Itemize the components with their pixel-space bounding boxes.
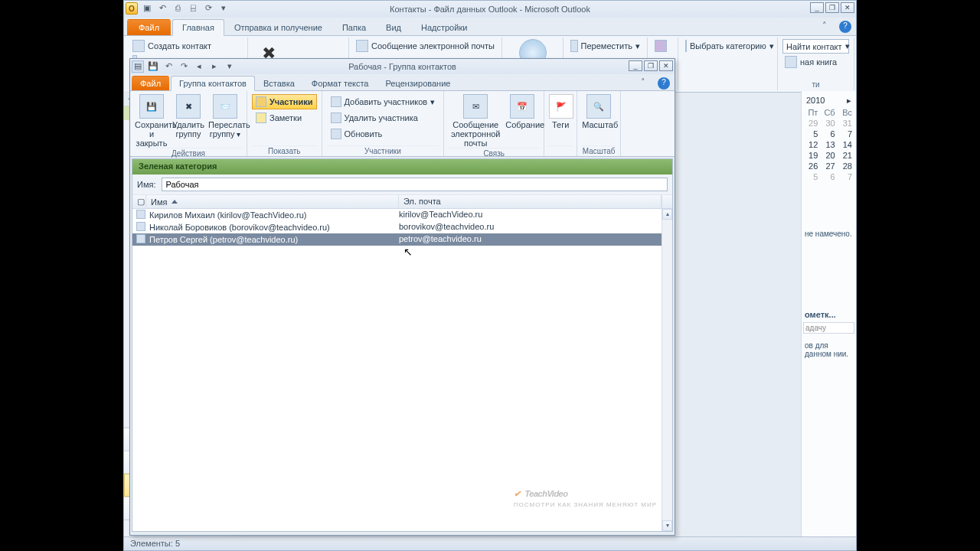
category-banner[interactable]: Зеленая категория	[132, 159, 672, 174]
find-contact-input[interactable]: Найти контакт ▾	[782, 39, 849, 54]
sub-tab-group[interactable]: Группа контактов	[171, 76, 255, 91]
delete-group-button[interactable]: ✖Удалить группу	[172, 94, 205, 139]
tab-home[interactable]: Главная	[172, 19, 224, 36]
main-titlebar: O ▣ ↶ ⎙ ⌸ ⟳ ▾ Контакты - Файл данных Out…	[124, 1, 856, 18]
meeting-button[interactable]: 📅Собрание	[505, 94, 539, 129]
group-label-comm: Связь	[449, 148, 539, 158]
undo-icon[interactable]: ↶	[156, 2, 168, 15]
group-content-pane: Зеленая категория Имя: ▢ Имя Эл. почта К…	[132, 158, 673, 532]
scroll-down-icon[interactable]: ▾	[662, 520, 672, 531]
window-title: Контакты - Файл данных Outlook - Microso…	[390, 5, 590, 14]
close-button[interactable]: ✕	[841, 2, 854, 13]
group-label-actions: Действия	[135, 148, 242, 158]
new-task-input[interactable]: адачу	[803, 322, 854, 334]
no-appointments-text: не намечено.	[803, 228, 854, 240]
contact-icon	[136, 234, 145, 243]
sub-tab-file[interactable]: Файл	[132, 76, 169, 90]
notes-header: ометк...	[803, 308, 854, 321]
members-list-header: ▢ Имя Эл. почта	[132, 195, 672, 209]
group-name-input[interactable]	[162, 178, 668, 191]
scrollbar-head	[662, 195, 672, 208]
choose-category-button[interactable]: Выбрать категорию ▾	[683, 39, 773, 53]
vertical-scrollbar[interactable]: ▴ ▾	[662, 209, 672, 531]
tab-send-receive[interactable]: Отправка и получение	[224, 19, 332, 35]
follow-up-text: ти	[782, 80, 849, 89]
app-small-icon[interactable]: ▤	[132, 60, 144, 73]
remove-member-button[interactable]: Удалить участника	[327, 110, 439, 126]
forward-group-button[interactable]: 📨Переслать группу ▾	[208, 94, 242, 139]
note-body-text: ов для данном нии.	[803, 340, 854, 360]
members-icon	[256, 96, 266, 107]
sub-tab-insert[interactable]: Вставка	[255, 76, 303, 90]
tab-addins[interactable]: Надстройки	[411, 19, 477, 35]
group-label-show: Показать	[252, 145, 317, 155]
name-label: Имя:	[137, 180, 155, 189]
undo-icon[interactable]: ↶	[162, 60, 175, 73]
member-row-selected[interactable]: Петров Сергей (petrov@teachvideo.ru) pet…	[132, 233, 672, 246]
print-icon[interactable]: ⎙	[172, 2, 184, 15]
zoom-button[interactable]: 🔍Масштаб	[582, 94, 616, 129]
sub-minimize-button[interactable]: _	[629, 60, 642, 71]
email-message-button[interactable]: Сообщение электронной почты	[354, 39, 497, 53]
email-button[interactable]: ✉Сообщение электронной почты	[449, 94, 502, 148]
refresh-icon	[331, 129, 341, 139]
sub-ribbon: 💾Сохранить и закрыть ✖Удалить группу 📨Пе…	[130, 91, 675, 157]
icon-column-header[interactable]: ▢	[132, 195, 146, 208]
members-button[interactable]: Участники	[252, 94, 317, 109]
preview-icon[interactable]: ⌸	[187, 2, 199, 15]
main-tabstrip: Файл Главная Отправка и получение Папка …	[124, 18, 856, 36]
app-icon[interactable]: O	[126, 2, 138, 15]
prev-icon[interactable]: ◂	[193, 60, 205, 73]
group-label-members: Участники	[327, 145, 439, 155]
sub-tab-review[interactable]: Рецензирование	[377, 76, 459, 90]
new-contact-button[interactable]: Создать контакт	[130, 39, 243, 53]
redo-icon[interactable]: ↷	[178, 60, 190, 73]
sub-maximize-button[interactable]: ❐	[644, 60, 658, 71]
mini-calendar[interactable]: ПтСбВс 293031 567 121314 192021 262728 5…	[803, 107, 854, 182]
help-icon[interactable]: ?	[658, 77, 670, 90]
scroll-up-icon[interactable]: ▴	[662, 209, 672, 220]
maximize-button[interactable]: ❐	[825, 2, 839, 13]
save-icon[interactable]: 💾	[147, 60, 159, 73]
tab-view[interactable]: Вид	[376, 19, 411, 35]
watermark-logo: ✔ TeachVideo ПОСМОТРИ КАК ЗНАНИЯ МЕНЯЮТ …	[514, 480, 657, 508]
name-column-header[interactable]: Имя	[146, 195, 399, 208]
notes-button[interactable]: Заметки	[252, 110, 317, 126]
next-icon[interactable]: ▸	[208, 60, 220, 73]
member-row[interactable]: Николай Боровиков (borovikov@teachvideo.…	[132, 221, 672, 233]
add-member-icon	[331, 96, 341, 107]
sub-close-button[interactable]: ✕	[659, 60, 673, 71]
sub-tab-format[interactable]: Формат текста	[303, 76, 377, 90]
members-list[interactable]: Кирилов Михаил (kirilov@TeachVideo.ru) k…	[132, 209, 672, 531]
contact-icon	[136, 210, 145, 219]
contact-icon	[136, 222, 145, 231]
refresh-button[interactable]: Обновить	[327, 126, 439, 142]
tab-file[interactable]: Файл	[127, 19, 171, 35]
notes-icon	[256, 112, 266, 123]
status-bar: Элементы: 5	[124, 536, 856, 550]
add-members-button[interactable]: Добавить участников ▾	[327, 94, 439, 109]
ribbon-minimize-icon[interactable]: ˄	[822, 21, 835, 33]
qat-dropdown-icon[interactable]: ▾	[224, 60, 236, 73]
ribbon-minimize-icon[interactable]: ˄	[641, 77, 653, 90]
sub-tabstrip: Файл Группа контактов Вставка Формат тек…	[130, 74, 675, 91]
onenote-icon[interactable]	[652, 39, 673, 53]
email-column-header[interactable]: Эл. почта	[399, 195, 662, 208]
next-month-icon[interactable]: ▸	[847, 96, 851, 106]
year-label: 2010	[806, 96, 825, 106]
save-icon[interactable]: ▣	[141, 2, 153, 15]
tags-button[interactable]: 🚩Теги	[549, 94, 572, 129]
move-button[interactable]: Переместить ▾	[568, 39, 642, 53]
qat-dropdown-icon[interactable]: ▾	[217, 2, 230, 15]
address-book-button[interactable]: ная книга	[782, 55, 849, 69]
member-row[interactable]: Кирилов Михаил (kirilov@TeachVideo.ru) k…	[132, 209, 672, 221]
group-label-zoom: Масштаб	[582, 145, 616, 155]
minimize-button[interactable]: _	[810, 2, 824, 13]
save-close-button[interactable]: 💾Сохранить и закрыть	[135, 94, 168, 148]
item-count: Элементы: 5	[130, 539, 180, 548]
contact-group-window: ▤ 💾 ↶ ↷ ◂ ▸ ▾ Рабочая - Группа контактов…	[129, 58, 675, 536]
sort-asc-icon	[172, 200, 178, 204]
send-receive-icon[interactable]: ⟳	[202, 2, 214, 15]
tab-folder[interactable]: Папка	[332, 19, 376, 35]
help-icon[interactable]: ?	[839, 21, 851, 33]
